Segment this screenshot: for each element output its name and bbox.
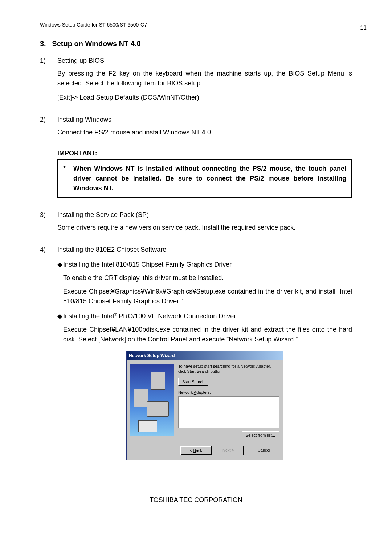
network-setup-wizard-dialog: Network Setup Wizard To have setup start… — [126, 351, 283, 460]
network-adapters-label: Network Adapters: — [178, 389, 279, 396]
btn-lt: < — [190, 448, 193, 453]
bullet-item: ◆ Installing the Intel 810/815 Chipset F… — [57, 260, 352, 306]
body-text: Execute Chipset¥LAN¥100pdisk.exe contain… — [63, 325, 352, 344]
dialog-footer: < Back Next > Cancel — [127, 442, 283, 460]
important-box: * When Windows NT is installed without c… — [57, 159, 352, 198]
doc-header-title: Windows Setup Guide for ST-6500/ST-6500-… — [40, 22, 147, 28]
body-text: To enable the CRT display, this driver m… — [63, 273, 352, 283]
bullet-title-pre: Installing the Intel — [63, 312, 114, 320]
body-text: Connect the PS/2 mouse and install Windo… — [57, 128, 352, 137]
item-title: Installing the Service Pack (SP) — [57, 211, 149, 218]
bullet-item: ◆ Installing the Intel® PRO/100 VE Netwo… — [57, 311, 352, 344]
section-number: 3. — [40, 40, 46, 48]
bullet-title: Installing the Intel 810/815 Chipset Fam… — [63, 261, 232, 268]
page-number: 11 — [360, 25, 367, 31]
btn-accel: N — [222, 448, 225, 452]
list-item: 3) Installing the Service Pack (SP) Some… — [40, 210, 352, 232]
cancel-button[interactable]: Cancel — [249, 446, 279, 455]
important-text: When Windows NT is installed without con… — [73, 164, 346, 193]
item-title: Installing Windows — [57, 116, 111, 123]
item-number: 3) — [40, 210, 57, 232]
next-button[interactable]: Next > — [213, 446, 244, 455]
network-adapters-listbox[interactable] — [178, 396, 279, 428]
registered-mark: ® — [114, 312, 117, 316]
item-number: 4) — [40, 245, 57, 460]
btn-accel: B — [193, 448, 196, 453]
btn-text: elect from list... — [248, 433, 275, 437]
important-label: IMPORTANT: — [57, 150, 352, 157]
back-button[interactable]: < Back — [180, 446, 212, 455]
body-text: Some drivers require a new version servi… — [57, 223, 352, 232]
section-title-text: Setup on Windows NT 4.0 — [52, 40, 140, 48]
label-post: dapters: — [196, 390, 211, 395]
label-pre: Network — [178, 390, 194, 395]
body-text: Execute Chipset¥Graphics¥Win9x¥Graphics¥… — [63, 287, 352, 306]
wizard-side-graphic — [130, 364, 174, 436]
body-text: [Exit]-> Load Setup Defaults (DOS/WinNT/… — [57, 93, 352, 102]
bullet-mark: ◆ — [57, 311, 63, 344]
btn-text: ack — [196, 448, 202, 453]
bullet-title-post: PRO/100 VE Network Connection Driver — [117, 312, 236, 320]
section-heading: 3. Setup on Windows NT 4.0 — [40, 40, 352, 48]
list-item: 2) Installing Windows Connect the PS/2 m… — [40, 115, 352, 137]
asterisk-mark: * — [63, 164, 73, 193]
list-item: 4) Installing the 810E2 Chipset Software… — [40, 245, 352, 460]
btn-accel: S — [246, 433, 248, 437]
bullet-mark: ◆ — [57, 260, 63, 306]
btn-text: ext > — [225, 448, 234, 452]
body-text: By pressing the F2 key on the keyboard w… — [57, 69, 352, 88]
bullet-title: Installing the Intel® PRO/100 VE Network… — [63, 312, 236, 320]
item-number: 1) — [40, 56, 57, 102]
item-number: 2) — [40, 115, 57, 137]
footer-company: TOSHIBA TEC CORPORATION — [40, 496, 352, 504]
item-title: Setting up BIOS — [57, 57, 104, 64]
select-from-list-button[interactable]: Select from list... — [242, 431, 279, 440]
start-search-button[interactable]: Start Search — [178, 378, 208, 386]
wizard-instruction-text: To have setup start searching for a Netw… — [178, 364, 279, 374]
header-divider — [40, 29, 352, 29]
list-item: 1) Setting up BIOS By pressing the F2 ke… — [40, 56, 352, 102]
dialog-titlebar: Network Setup Wizard — [127, 351, 283, 360]
item-title: Installing the 810E2 Chipset Software — [57, 246, 166, 253]
